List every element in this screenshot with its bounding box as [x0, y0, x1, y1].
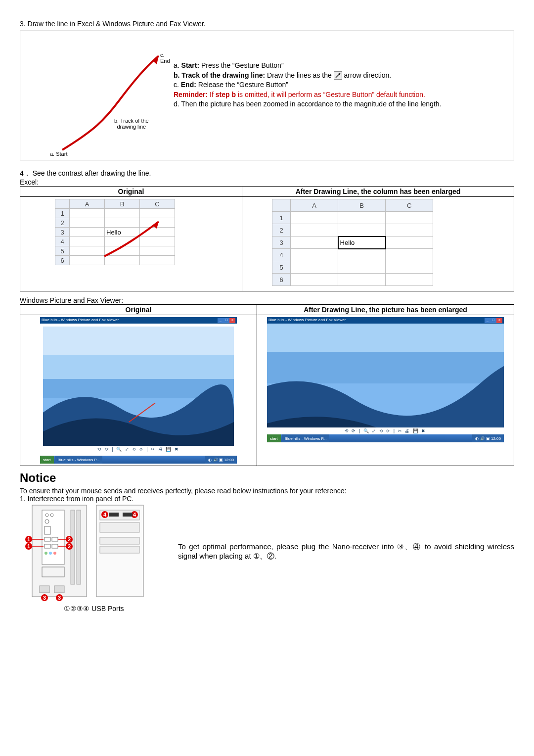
- close-icon[interactable]: ×: [496, 318, 502, 323]
- svg-text:1: 1: [27, 536, 30, 542]
- wpfv-toolbar[interactable]: ⟲ ⟳ | 🔍 ⤢ ⟲ ⟳ | ✂ 🖨 💾 ✖: [43, 446, 234, 453]
- step3-text: a. Start: Press the “Gesture Button” b. …: [169, 31, 514, 160]
- label-a-start: a. Start: [50, 151, 67, 157]
- wpfv-enlarged-header: After Drawing Line, the picture has been…: [257, 304, 514, 315]
- label-b-track: b. Track of the drawing line: [114, 118, 149, 130]
- step3-heading: 3. Draw the line in Excel & Windows Pict…: [20, 20, 514, 28]
- svg-rect-5: [43, 327, 234, 355]
- taskbar-tray[interactable]: ◐ 🔊 ▣ 12:00: [472, 434, 504, 442]
- start-button[interactable]: start: [267, 434, 281, 442]
- minimize-icon[interactable]: _: [485, 318, 490, 323]
- wpfv-label: Windows Picture and Fax Viewer:: [20, 296, 514, 304]
- wpfv-toolbar[interactable]: ⟲ ⟳ | 🔍 ⤢ ⟲ ⟳ | ✂ 🖨 💾 ✖: [267, 427, 504, 434]
- d-line: d. Then the picture has been zoomed in a…: [174, 99, 508, 109]
- wpfv-original-window: Blue hills - Windows Picture and Fax Vie…: [40, 317, 237, 456]
- svg-rect-56: [123, 513, 133, 517]
- taskbar-tray[interactable]: ◐ 🔊 ▣ 12:00: [205, 456, 237, 464]
- reminder-bold: Reminder:: [174, 91, 208, 98]
- b-rest: Draw the lines as the: [265, 71, 332, 79]
- step4-heading: 4． See the contrast after drawing the li…: [20, 169, 514, 178]
- reminder-post: is omitted, it will perform as “Gesture …: [236, 91, 425, 98]
- c-rest: Release the “Gesture Button”: [196, 81, 288, 89]
- notice-description: To get optimal performance, please plug …: [178, 503, 514, 561]
- taskbar-app[interactable]: Blue hills - Windows P...: [282, 434, 330, 442]
- mountain-image-zoomed: [267, 324, 504, 427]
- svg-rect-11: [267, 352, 504, 383]
- svg-text:1: 1: [27, 543, 30, 549]
- wpfv-title-text: Blue hills - Windows Picture and Fax Vie…: [268, 318, 346, 323]
- mountain-image: [43, 327, 234, 446]
- notice-item1: 1. Interference from iron panel of PC.: [20, 495, 514, 503]
- b-rest2: arrow direction.: [344, 71, 392, 79]
- diagonal-arrow-icon: [334, 71, 342, 80]
- b-bold: b. Track of the drawing line:: [174, 71, 265, 79]
- wpfv-title-text: Blue hills - Windows Picture and Fax Vie…: [42, 318, 119, 323]
- excel-enlarged-header: After Drawing Line, the column has been …: [242, 186, 514, 196]
- c-prefix: c.: [174, 81, 181, 89]
- svg-rect-41: [54, 586, 64, 593]
- excel-original: ABC 1 2 3Hello 4 5 6: [55, 199, 237, 265]
- svg-point-22: [44, 552, 47, 555]
- reminder-mid: step b: [216, 91, 236, 98]
- pc-diagrams: 1 2 1 2 3 3: [20, 503, 168, 613]
- excel-original-header: Original: [20, 186, 242, 196]
- svg-text:3: 3: [58, 595, 61, 601]
- taskbar[interactable]: start Blue hills - Windows P... ◐ 🔊 ▣ 12…: [267, 434, 504, 442]
- wpfv-enlarged-window: Blue hills - Windows Picture and Fax Vie…: [267, 317, 504, 434]
- svg-rect-53: [109, 513, 119, 517]
- a-rest: Press the “Gesture Button”: [199, 61, 283, 69]
- taskbar-app[interactable]: Blue hills - Windows P...: [55, 456, 103, 464]
- svg-point-24: [53, 552, 56, 555]
- svg-text:4: 4: [103, 512, 107, 518]
- step3-box: a. Start b. Track of the drawing line c.…: [20, 31, 514, 160]
- taskbar[interactable]: start Blue hills - Windows P... ◐ 🔊 ▣ 12…: [40, 456, 237, 464]
- svg-rect-48: [100, 522, 139, 532]
- reminder-pre: If: [208, 91, 216, 98]
- wpfv-compare-table: Original After Drawing Line, the picture…: [20, 304, 514, 466]
- minimize-icon[interactable]: _: [218, 318, 223, 323]
- c-bold: End:: [181, 81, 196, 89]
- maximize-icon[interactable]: □: [223, 318, 229, 323]
- start-button[interactable]: start: [40, 456, 54, 464]
- gesture-diagram: a. Start b. Track of the drawing line c.…: [20, 31, 169, 160]
- svg-rect-6: [43, 355, 234, 379]
- svg-rect-50: [100, 546, 139, 553]
- excel-compare-table: Original After Drawing Line, the column …: [20, 186, 514, 291]
- svg-text:3: 3: [43, 595, 46, 601]
- svg-point-23: [49, 552, 52, 555]
- excel-enlarged: ABC 1 2 3Hello 4 5 6: [272, 199, 509, 286]
- excel-label: Excel:: [20, 178, 514, 186]
- svg-rect-49: [100, 537, 139, 544]
- wpfv-original-header: Original: [20, 304, 257, 315]
- a-prefix: a.: [174, 61, 181, 69]
- svg-text:2: 2: [68, 543, 71, 549]
- svg-rect-40: [40, 586, 49, 593]
- usb-ports-label: ①②③④ USB Ports: [20, 605, 168, 613]
- pc-front-panel-icon: 4 4: [94, 503, 148, 602]
- pc-back-panel-icon: 1 2 1 2 3 3: [20, 503, 94, 602]
- svg-rect-10: [267, 324, 504, 352]
- notice-intro: To ensure that your mouse sends and rece…: [20, 487, 514, 495]
- close-icon[interactable]: ×: [229, 318, 235, 323]
- notice-title: Notice: [20, 471, 514, 485]
- gesture-line-overlay: [94, 212, 174, 271]
- a-bold: Start:: [181, 61, 200, 69]
- maximize-icon[interactable]: □: [490, 318, 496, 323]
- label-c-end: c. End: [160, 52, 170, 64]
- svg-text:4: 4: [133, 512, 136, 518]
- svg-text:2: 2: [68, 536, 71, 542]
- svg-rect-27: [77, 510, 81, 584]
